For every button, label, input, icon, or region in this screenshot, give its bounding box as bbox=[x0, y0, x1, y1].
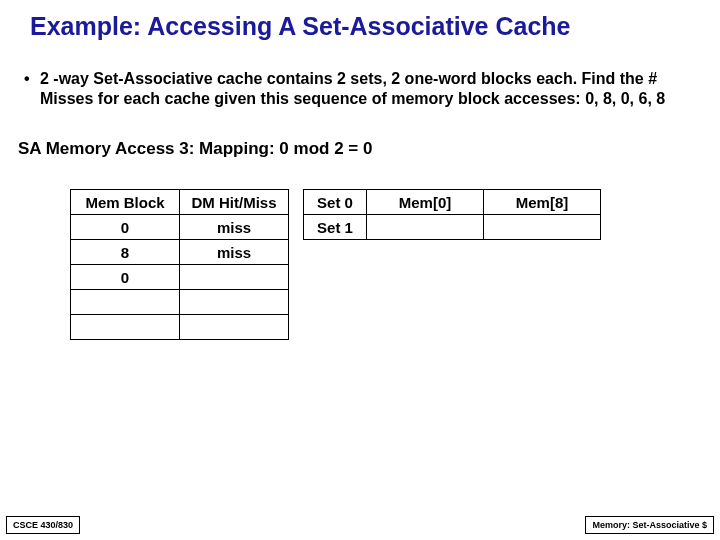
t2-set-label: Set 0 bbox=[304, 190, 367, 215]
t1-cell bbox=[180, 315, 289, 340]
t1-cell: 8 bbox=[71, 240, 180, 265]
t2-set-label: Set 1 bbox=[304, 215, 367, 240]
t1-header-memblock: Mem Block bbox=[71, 190, 180, 215]
t2-cell: Mem[0] bbox=[367, 190, 484, 215]
t1-cell bbox=[180, 290, 289, 315]
t2-cell bbox=[367, 215, 484, 240]
t1-cell bbox=[71, 290, 180, 315]
footer-left: CSCE 430/830 bbox=[6, 516, 80, 534]
footer-right: Memory: Set-Associative $ bbox=[585, 516, 714, 534]
t1-cell: 0 bbox=[71, 215, 180, 240]
slide-title: Example: Accessing A Set-Associative Cac… bbox=[0, 0, 720, 41]
access-table: Mem Block DM Hit/Miss 0 miss 8 miss 0 bbox=[70, 189, 289, 340]
bullet-marker: • bbox=[24, 69, 40, 109]
t2-cell: Mem[8] bbox=[484, 190, 601, 215]
tables-area: Mem Block DM Hit/Miss 0 miss 8 miss 0 Se… bbox=[0, 159, 720, 340]
t2-cell bbox=[484, 215, 601, 240]
t1-header-hitmiss: DM Hit/Miss bbox=[180, 190, 289, 215]
bullet-text: 2 -way Set-Associative cache contains 2 … bbox=[40, 69, 690, 109]
t1-cell: miss bbox=[180, 240, 289, 265]
subheading: SA Memory Access 3: Mapping: 0 mod 2 = 0 bbox=[0, 109, 720, 159]
bullet-block: • 2 -way Set-Associative cache contains … bbox=[0, 41, 720, 109]
t1-cell: miss bbox=[180, 215, 289, 240]
t1-cell: 0 bbox=[71, 265, 180, 290]
t1-cell bbox=[180, 265, 289, 290]
t1-cell bbox=[71, 315, 180, 340]
cache-table: Set 0 Mem[0] Mem[8] Set 1 bbox=[303, 189, 601, 240]
